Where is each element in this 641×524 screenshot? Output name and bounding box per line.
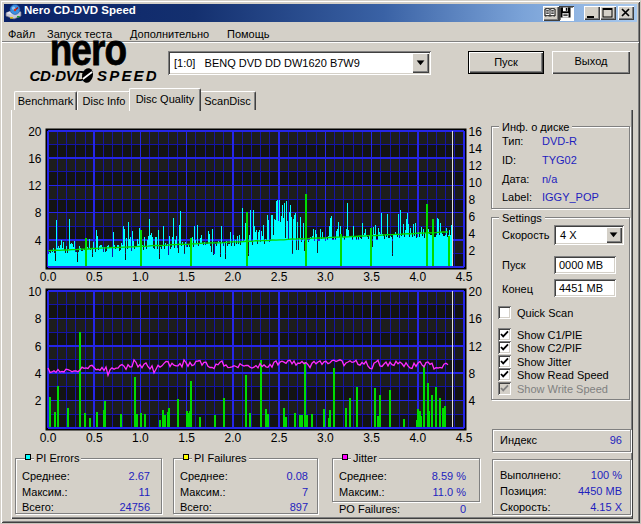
svg-text:8: 8 <box>469 193 476 207</box>
svg-text:2.0: 2.0 <box>225 270 242 284</box>
svg-text:2.0: 2.0 <box>225 431 242 445</box>
svg-text:4.5: 4.5 <box>456 431 473 445</box>
svg-text:3.5: 3.5 <box>363 270 380 284</box>
svg-text:20: 20 <box>469 285 483 299</box>
svg-text:12: 12 <box>469 340 483 354</box>
svg-text:0.0: 0.0 <box>40 270 57 284</box>
svg-text:4.0: 4.0 <box>409 270 426 284</box>
svg-text:2.5: 2.5 <box>271 431 288 445</box>
svg-text:4: 4 <box>35 234 42 248</box>
svg-text:0.5: 0.5 <box>86 270 103 284</box>
svg-text:1.5: 1.5 <box>178 431 195 445</box>
svg-text:3.0: 3.0 <box>317 270 334 284</box>
svg-text:6: 6 <box>35 340 42 354</box>
svg-text:20: 20 <box>28 125 42 139</box>
svg-text:10: 10 <box>28 285 42 299</box>
svg-text:12: 12 <box>28 179 42 193</box>
svg-text:2: 2 <box>35 394 42 408</box>
svg-text:4.5: 4.5 <box>456 270 473 284</box>
svg-text:1.0: 1.0 <box>132 270 149 284</box>
svg-text:8: 8 <box>35 206 42 220</box>
svg-text:2.5: 2.5 <box>271 270 288 284</box>
svg-text:16: 16 <box>469 312 483 326</box>
svg-text:12: 12 <box>469 159 483 173</box>
svg-text:10: 10 <box>469 176 483 190</box>
svg-text:16: 16 <box>28 152 42 166</box>
svg-text:3.0: 3.0 <box>317 431 334 445</box>
svg-text:1.0: 1.0 <box>132 431 149 445</box>
svg-text:0.5: 0.5 <box>86 431 103 445</box>
svg-text:8: 8 <box>35 312 42 326</box>
svg-text:0.0: 0.0 <box>40 431 57 445</box>
svg-text:14: 14 <box>469 142 483 156</box>
svg-text:3.5: 3.5 <box>363 431 380 445</box>
svg-text:4: 4 <box>469 394 476 408</box>
svg-text:4: 4 <box>469 227 476 241</box>
svg-text:2: 2 <box>469 244 476 258</box>
svg-text:16: 16 <box>469 125 483 139</box>
svg-text:6: 6 <box>469 210 476 224</box>
svg-text:4: 4 <box>35 367 42 381</box>
svg-text:4.0: 4.0 <box>409 431 426 445</box>
svg-text:1.5: 1.5 <box>178 270 195 284</box>
svg-text:8: 8 <box>469 367 476 381</box>
